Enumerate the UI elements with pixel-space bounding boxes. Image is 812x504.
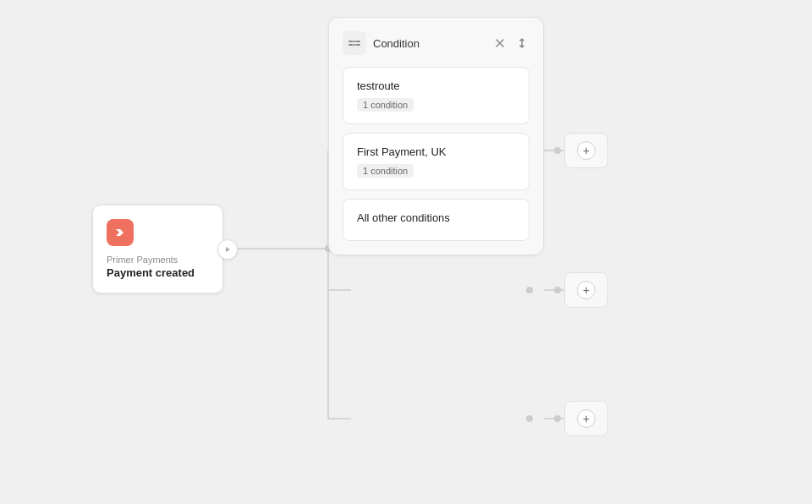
add-block-3[interactable]: +: [564, 401, 608, 436]
condition-node: Condition testroute 1 condition: [328, 17, 544, 255]
play-button[interactable]: [217, 239, 238, 260]
route-card-all-other[interactable]: All other conditions: [343, 199, 529, 241]
svg-rect-19: [356, 44, 360, 46]
add-block-2[interactable]: +: [564, 272, 608, 308]
route-badge-first-payment: 1 condition: [357, 164, 414, 178]
trigger-title: Payment created: [107, 266, 195, 279]
add-block-1[interactable]: +: [564, 133, 608, 168]
condition-header-left: Condition: [343, 31, 420, 55]
add-icon-1: +: [577, 141, 595, 160]
svg-point-4: [554, 147, 561, 154]
delete-button[interactable]: [492, 36, 508, 51]
route-name-all-other: All other conditions: [357, 211, 515, 224]
trigger-label: Primer Payments: [107, 255, 178, 265]
condition-header: Condition: [343, 31, 529, 55]
svg-point-10: [554, 415, 561, 422]
svg-point-7: [554, 287, 561, 293]
route-name-testroute: testroute: [357, 79, 515, 92]
workflow-canvas: Primer Payments Payment created: [0, 0, 812, 504]
svg-rect-17: [348, 44, 353, 46]
route-name-first-payment: First Payment, UK: [357, 145, 515, 158]
svg-point-6: [526, 287, 533, 293]
svg-marker-15: [226, 247, 230, 252]
route-card-testroute[interactable]: testroute 1 condition: [343, 67, 529, 124]
add-icon-3: +: [577, 409, 595, 428]
primer-icon: [107, 219, 134, 246]
add-icon-2: +: [577, 281, 595, 299]
svg-point-9: [526, 415, 533, 422]
condition-icon: [343, 31, 366, 55]
trigger-node: Primer Payments Payment created: [92, 205, 223, 293]
reorder-button[interactable]: [514, 36, 529, 51]
route-badge-testroute: 1 condition: [357, 98, 414, 112]
svg-rect-18: [356, 41, 360, 42]
condition-title: Condition: [373, 37, 420, 50]
svg-rect-16: [348, 41, 353, 42]
route-card-first-payment[interactable]: First Payment, UK 1 condition: [343, 133, 529, 190]
condition-header-actions: [492, 36, 529, 51]
